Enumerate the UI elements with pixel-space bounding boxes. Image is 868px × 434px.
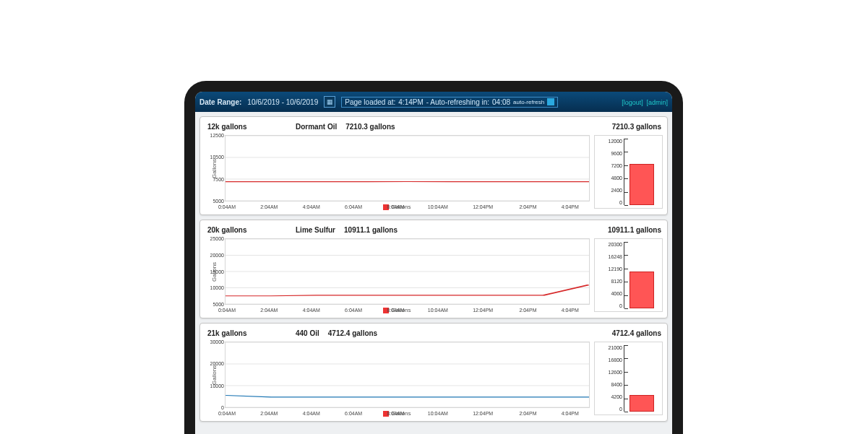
product-name: Dormant Oil xyxy=(296,123,337,131)
x-ticks: 0:04AM2:04AM4:04AM6:04AM8:04AM10:04AM12:… xyxy=(225,204,589,209)
date-range-value[interactable]: 10/6/2019 - 10/6/2019 xyxy=(247,98,318,106)
gauge-chart: 210001680012600840042000 xyxy=(594,342,663,415)
current-value: 7210.3 gallons xyxy=(345,123,395,131)
page-loaded-prefix: Page loaded at: xyxy=(345,98,395,106)
line-chart: Gallons2500020000150001000050000:04AM2:0… xyxy=(225,238,590,305)
current-value: 4712.4 gallons xyxy=(328,329,377,337)
gauge-chart: 203001624812190812040600 xyxy=(594,238,663,312)
date-range-label: Date Range: xyxy=(199,98,241,106)
capacity-label: 21k gallons xyxy=(207,329,287,337)
page-loaded-time: 4:14PM xyxy=(398,98,423,106)
app-screen: Date Range: 10/6/2019 - 10/6/2019 ▦ Page… xyxy=(195,92,672,434)
auto-refresh-checkbox[interactable] xyxy=(547,98,554,105)
gauge-bar xyxy=(629,272,654,308)
line-chart: Gallons30000200001000000:04AM2:04AM4:04A… xyxy=(225,342,590,408)
device-frame: Date Range: 10/6/2019 - 10/6/2019 ▦ Page… xyxy=(184,81,683,434)
y-ticks: 125001050075005000 xyxy=(207,133,224,204)
logout-link[interactable]: [logout] xyxy=(622,99,643,106)
line-chart: Gallons1250010500750050000:04AM2:04AM4:0… xyxy=(225,135,590,201)
tank-card: 20k gallonsLime Sulfur10911.1 gallonsGal… xyxy=(199,220,668,318)
auto-refresh-countdown: 04:08 xyxy=(492,98,510,106)
current-value: 10911.1 gallons xyxy=(344,226,398,234)
tank-card: 12k gallonsDormant Oil7210.3 gallonsGall… xyxy=(199,116,668,215)
capacity-label: 20k gallons xyxy=(207,226,287,234)
calendar-icon[interactable]: ▦ xyxy=(324,96,335,108)
gauge-chart: 1200096007200480024000 xyxy=(594,135,663,209)
y-ticks: 250002000015000100005000 xyxy=(207,236,224,307)
tank-card: 21k gallons440 Oil4712.4 gallonsGallons3… xyxy=(199,323,668,422)
admin-link[interactable]: [admin] xyxy=(646,99,668,106)
auto-refresh-prefix: - Auto-refreshing in: xyxy=(426,98,489,106)
x-ticks: 0:04AM2:04AM4:04AM6:04AM8:04AM10:04AM12:… xyxy=(225,308,589,313)
capacity-label: 12k gallons xyxy=(207,123,287,131)
gauge-value-label: 4712.4 gallons xyxy=(594,328,663,342)
product-name: 440 Oil xyxy=(296,329,319,337)
gauge-ticks: 210001680012600840042000 xyxy=(598,345,622,412)
gauge-bar xyxy=(629,164,654,205)
status-pill: Page loaded at: 4:14PM - Auto-refreshing… xyxy=(341,97,558,108)
gauge-value-label: 7210.3 gallons xyxy=(594,121,663,135)
product-name: Lime Sulfur xyxy=(296,226,335,234)
gauge-value-label: 10911.1 gallons xyxy=(594,225,663,238)
gauge-ticks: 203001624812190812040600 xyxy=(598,242,622,308)
y-ticks: 3000020000100000 xyxy=(207,339,224,410)
auto-refresh-label: auto-refresh xyxy=(513,99,544,105)
gauge-bar xyxy=(629,395,654,412)
top-bar: Date Range: 10/6/2019 - 10/6/2019 ▦ Page… xyxy=(195,92,672,112)
gauge-ticks: 1200096007200480024000 xyxy=(598,139,622,205)
x-ticks: 0:04AM2:04AM4:04AM6:04AM8:04AM10:04AM12:… xyxy=(225,411,589,416)
header-links: [logout] [admin] xyxy=(620,98,668,106)
